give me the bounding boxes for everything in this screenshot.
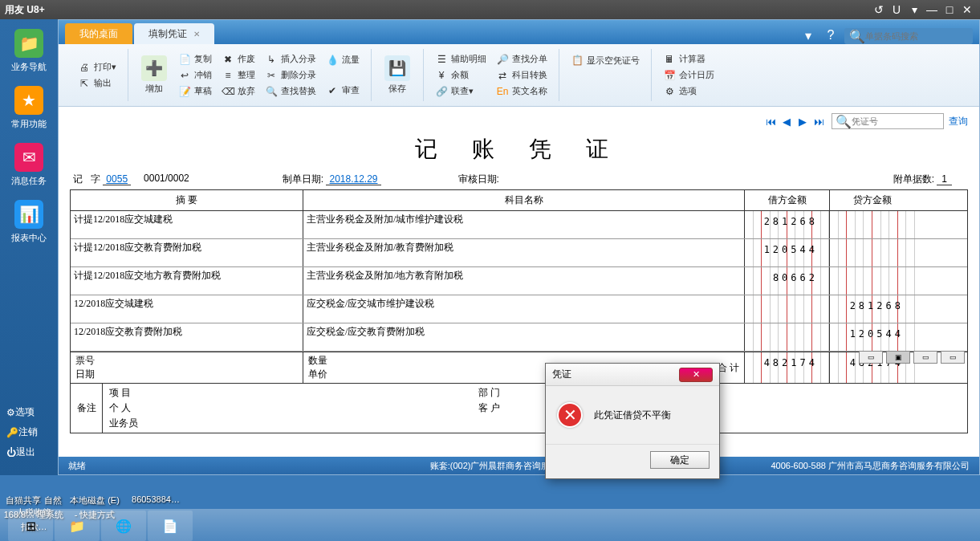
barcode-search[interactable]: 🔍 bbox=[844, 28, 973, 44]
table-row[interactable]: 计提12/2018应交城建税主营业务税金及附加/城市维护建设税281268 bbox=[71, 211, 967, 239]
footer-btn-1[interactable]: ▭ bbox=[859, 351, 883, 364]
u-icon[interactable]: U bbox=[889, 3, 905, 16]
btn-abandon[interactable]: ⌫放弃 bbox=[217, 83, 260, 100]
table-row[interactable]: 12/2018应交教育费附加税应交税金/应交教育费附加税120544 bbox=[71, 323, 967, 352]
nav-messages[interactable]: ✉消息任务 bbox=[0, 138, 58, 195]
btn-output[interactable]: ⇱输出 bbox=[73, 75, 121, 92]
task-pin[interactable]: 📁 bbox=[55, 510, 100, 541]
nav-exit[interactable]: ⏻ 退出 bbox=[0, 442, 58, 462]
btn-add[interactable]: ➕增加 bbox=[135, 49, 173, 101]
btn-calendar[interactable]: 📅会计日历 bbox=[658, 67, 719, 83]
query-link[interactable]: 查询 bbox=[949, 115, 968, 128]
btn-save[interactable]: 💾保存 bbox=[378, 49, 417, 101]
task-pin[interactable]: 🌐 bbox=[101, 510, 146, 541]
dialog-message: 此凭证借贷不平衡 bbox=[594, 409, 671, 422]
dropdown-icon[interactable]: ▾ bbox=[906, 3, 922, 16]
btn-draft[interactable]: 📝草稿 bbox=[173, 83, 217, 100]
btn-aux[interactable]: ☰辅助明细 bbox=[430, 51, 491, 67]
nav-first-icon[interactable]: ⏮ bbox=[763, 114, 778, 128]
btn-insert-row[interactable]: ↳插入分录 bbox=[260, 51, 321, 67]
tab-voucher[interactable]: 填制凭证✕ bbox=[134, 23, 214, 44]
make-date[interactable]: 2018.12.29 bbox=[326, 173, 380, 185]
reload-icon[interactable]: ↺ bbox=[871, 3, 887, 16]
barcode-input[interactable] bbox=[865, 31, 968, 41]
btn-flow[interactable]: 💧流量 bbox=[321, 52, 364, 68]
btn-delete-row[interactable]: ✂删除分录 bbox=[260, 67, 321, 83]
nav-next-icon[interactable]: ▶ bbox=[795, 114, 810, 128]
maximize-icon[interactable]: □ bbox=[941, 3, 958, 16]
dialog-close-icon[interactable]: ✕ bbox=[679, 368, 713, 382]
col-credit: 贷方金额 bbox=[830, 190, 915, 210]
voucher-no[interactable]: 0055 bbox=[103, 173, 131, 185]
taskbar-area: 自猫共享 自然人税收管 本地磁盘 (E) 86053884… 168.8… 理系… bbox=[0, 493, 980, 541]
btn-link[interactable]: 🔗联查 ▾ bbox=[430, 83, 491, 100]
btn-find-replace[interactable]: 🔍查找替换 bbox=[260, 83, 321, 100]
ribbon: 🖨打印 ▾ ⇱输出 ➕增加 📄复制 ↩冲销 📝草稿 ✖作废 ≡整理 ⌫放弃 ↳插… bbox=[59, 44, 979, 107]
table-row[interactable]: 计提12/2018应交地方教育费附加税主营业务税金及附加/地方教育附加税8066… bbox=[71, 267, 967, 295]
tabs-more-icon[interactable]: ▾ bbox=[799, 26, 817, 44]
doc-title: 记 账 凭 证 bbox=[70, 134, 968, 165]
error-dialog: 凭证✕ ✕此凭证借贷不平衡 确定 bbox=[545, 363, 720, 479]
col-debit: 借方金额 bbox=[745, 190, 830, 210]
task-pin[interactable]: 📄 bbox=[148, 510, 193, 541]
btn-showempty[interactable]: 📋显示空凭证号 bbox=[566, 52, 645, 68]
table-row[interactable]: 计提12/2018应交教育费附加税主营业务税金及附加/教育费附加税120544 bbox=[71, 239, 967, 267]
voucher-search[interactable]: 🔍 bbox=[832, 113, 944, 129]
footer-btn-2[interactable]: ▣ bbox=[886, 351, 910, 364]
nav-business[interactable]: 📁业务导航 bbox=[0, 24, 58, 81]
voucher-content: ⏮ ◀ ▶ ⏭ 🔍 查询 记 账 凭 证 记 字 0055 0001/0002 … bbox=[59, 107, 979, 457]
nav-reports[interactable]: 📊报表中心 bbox=[0, 195, 58, 252]
btn-calc[interactable]: 🖩计算器 bbox=[658, 51, 719, 67]
btn-balance[interactable]: ¥余额 bbox=[430, 67, 491, 83]
btn-void[interactable]: ✖作废 bbox=[217, 51, 260, 67]
dialog-ok-button[interactable]: 确定 bbox=[650, 451, 710, 469]
btn-acctconv[interactable]: ⇄科目转换 bbox=[491, 67, 552, 83]
status-bar: 就绪 账套:(002)广州晨群商务咨询服务有限公… 4006-600-588 广… bbox=[59, 457, 979, 474]
error-icon: ✕ bbox=[557, 402, 583, 428]
table-row[interactable]: 12/2018应交城建税应交税金/应交城市维护建设税281268 bbox=[71, 295, 967, 323]
nav-logout[interactable]: 🔑 注销 bbox=[0, 422, 58, 442]
start-button[interactable]: ⊞ bbox=[8, 510, 53, 541]
status-hotline: 4006-600-588 广州市高马思商务咨询服务有限公司 bbox=[771, 460, 970, 472]
footer-btn-4[interactable]: ▭ bbox=[941, 351, 965, 364]
btn-reverse[interactable]: ↩冲销 bbox=[173, 67, 217, 83]
btn-engname[interactable]: En英文名称 bbox=[491, 83, 552, 100]
titlebar: 用友 U8+ ↺ U ▾ — □ ✕ bbox=[0, 0, 980, 19]
footer-btn-3[interactable]: ▭ bbox=[913, 351, 937, 364]
btn-option[interactable]: ⚙选项 bbox=[658, 83, 719, 100]
voucher-table: 摘 要 科目名称 借方金额 贷方金额 计提12/2018应交城建税主营业务税金及… bbox=[70, 189, 968, 433]
help-icon[interactable]: ? bbox=[822, 26, 840, 44]
nav-last-icon[interactable]: ⏭ bbox=[811, 114, 826, 128]
remark-label: 备注 bbox=[71, 384, 103, 433]
tab-desktop[interactable]: 我的桌面 bbox=[65, 23, 132, 44]
nav-prev-icon[interactable]: ◀ bbox=[779, 114, 794, 128]
tab-bar: 我的桌面 填制凭证✕ ▾ ? 🔍 bbox=[59, 20, 979, 44]
app-brand: 用友 U8+ bbox=[5, 3, 45, 17]
dialog-title: 凭证 bbox=[552, 368, 571, 381]
minimize-icon[interactable]: — bbox=[924, 3, 940, 16]
doc-meta: 记 字 0055 0001/0002 制单日期: 2018.12.29 审核日期… bbox=[70, 173, 968, 189]
btn-audit[interactable]: ✔审查 bbox=[321, 83, 364, 99]
nav-favorites[interactable]: ★常用功能 bbox=[0, 81, 58, 138]
status-ready: 就绪 bbox=[68, 460, 86, 472]
voucher-no-input[interactable] bbox=[852, 116, 940, 126]
nav-options[interactable]: ⚙ 选项 bbox=[0, 402, 58, 422]
btn-findbill[interactable]: 🔎查找分单 bbox=[491, 51, 552, 67]
work-area: 我的桌面 填制凭证✕ ▾ ? 🔍 🖨打印 ▾ ⇱输出 ➕增加 📄复制 ↩冲销 📝… bbox=[58, 19, 980, 475]
col-account: 科目名称 bbox=[303, 190, 745, 210]
btn-copy[interactable]: 📄复制 bbox=[173, 51, 217, 67]
windows-taskbar[interactable]: ⊞ 📁 🌐 📄 bbox=[0, 509, 980, 541]
tab-close-icon[interactable]: ✕ bbox=[193, 30, 200, 39]
col-summary: 摘 要 bbox=[71, 190, 303, 210]
close-icon[interactable]: ✕ bbox=[959, 3, 975, 16]
btn-print[interactable]: 🖨打印 ▾ bbox=[73, 59, 121, 75]
btn-tidy[interactable]: ≡整理 bbox=[217, 67, 260, 83]
